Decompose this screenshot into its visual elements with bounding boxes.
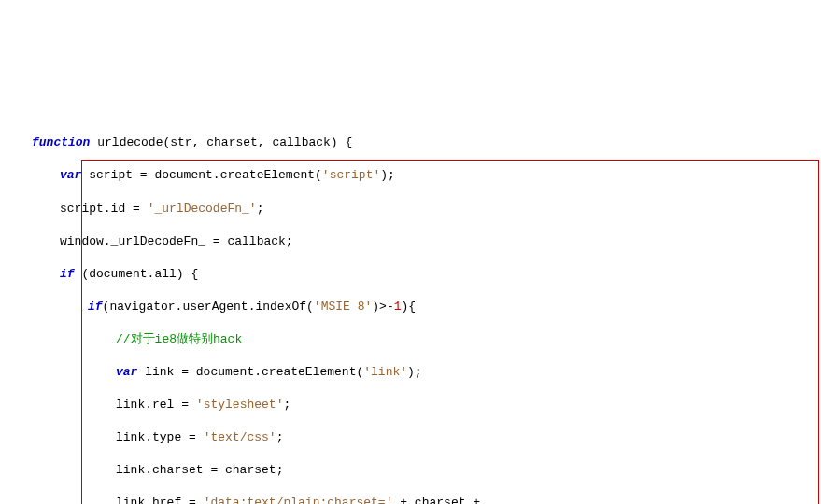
code-line: if(navigator.userAgent.indexOf('MSIE 8')… bbox=[4, 299, 817, 315]
code-line: link.href = 'data:text/plain;charset=' +… bbox=[4, 495, 817, 504]
code-line: link.charset = charset; bbox=[4, 462, 817, 479]
code-line: var script = document.createElement('scr… bbox=[4, 167, 817, 184]
code-line: link.type = 'text/css'; bbox=[4, 429, 817, 446]
code-editor-view: function urldecode(str, charset, callbac… bbox=[4, 69, 817, 504]
code-line: link.rel = 'stylesheet'; bbox=[4, 397, 817, 413]
code-line: if (document.all) { bbox=[4, 266, 817, 283]
code-line: window._urlDecodeFn_ = callback; bbox=[4, 233, 817, 250]
code-line: script.id = '_urlDecodeFn_'; bbox=[4, 201, 817, 217]
code-line: //对于ie8做特别hack bbox=[4, 331, 817, 348]
code-line: function urldecode(str, charset, callbac… bbox=[4, 134, 817, 151]
code-line: var link = document.createElement('link'… bbox=[4, 364, 817, 381]
